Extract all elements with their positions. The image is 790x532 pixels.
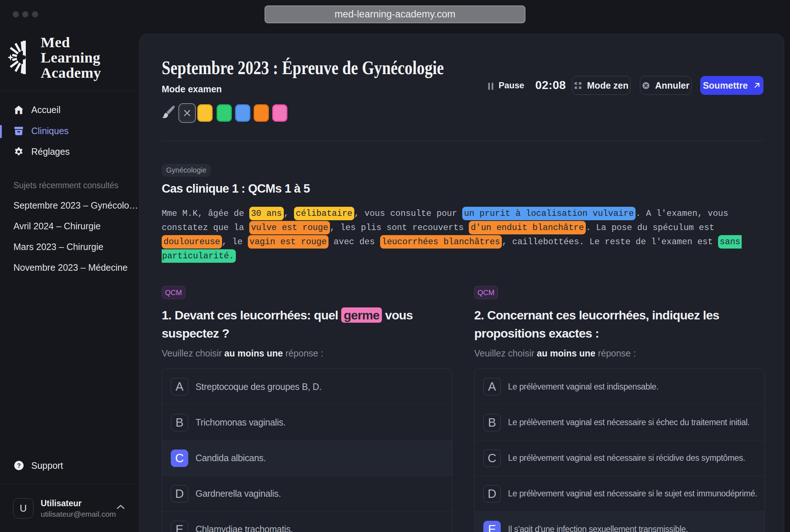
svg-text:?: ? [17, 462, 21, 469]
